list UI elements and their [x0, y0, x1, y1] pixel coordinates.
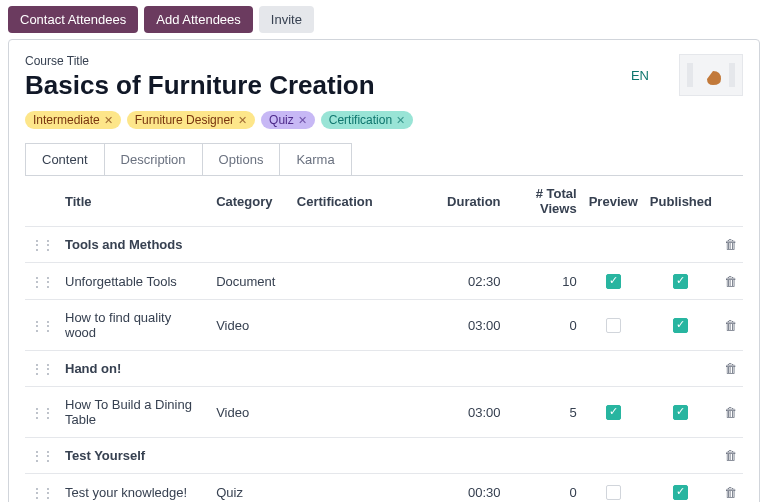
course-thumbnail[interactable]: [679, 54, 743, 96]
published-checkbox[interactable]: [673, 318, 688, 333]
tag-certification[interactable]: Certification✕: [321, 111, 413, 129]
drag-handle-icon[interactable]: ⋮⋮: [31, 406, 53, 420]
table-section-row: ⋮⋮Hand on!🗑: [25, 351, 743, 387]
preview-checkbox[interactable]: [606, 318, 621, 333]
tag-label: Certification: [329, 113, 392, 127]
tag-list: Intermediate✕ Furniture Designer✕ Quiz✕ …: [25, 111, 743, 129]
close-icon[interactable]: ✕: [298, 114, 307, 127]
drag-handle-icon[interactable]: ⋮⋮: [31, 449, 53, 463]
row-category: Video: [210, 300, 291, 351]
trash-icon[interactable]: 🗑: [724, 361, 737, 376]
section-title[interactable]: Hand on!: [59, 351, 718, 387]
close-icon[interactable]: ✕: [238, 114, 247, 127]
contact-attendees-button[interactable]: Contact Attendees: [8, 6, 138, 33]
close-icon[interactable]: ✕: [104, 114, 113, 127]
tag-label: Furniture Designer: [135, 113, 234, 127]
tag-furniture-designer[interactable]: Furniture Designer✕: [127, 111, 255, 129]
language-indicator[interactable]: EN: [631, 68, 649, 83]
col-duration: Duration: [441, 176, 506, 227]
table-section-row: ⋮⋮Test Yourself🗑: [25, 438, 743, 474]
row-duration: 02:30: [441, 263, 506, 300]
row-duration: 03:00: [441, 387, 506, 438]
col-preview: Preview: [583, 176, 644, 227]
add-attendees-button[interactable]: Add Attendees: [144, 6, 253, 33]
row-title[interactable]: How to find quality wood: [59, 300, 210, 351]
table-row: ⋮⋮How To Build a Dining TableVideo03:005…: [25, 387, 743, 438]
section-title[interactable]: Test Yourself: [59, 438, 718, 474]
tag-label: Quiz: [269, 113, 294, 127]
svg-rect-1: [687, 63, 693, 87]
table-row: ⋮⋮Unforgettable ToolsDocument02:3010🗑: [25, 263, 743, 300]
tab-karma[interactable]: Karma: [280, 144, 350, 175]
table-section-row: ⋮⋮Tools and Methods🗑: [25, 227, 743, 263]
row-certification: [291, 474, 441, 502]
preview-checkbox[interactable]: [606, 405, 621, 420]
row-views: 10: [507, 263, 583, 300]
course-title: Basics of Furniture Creation: [25, 70, 631, 101]
svg-rect-2: [729, 63, 735, 87]
trash-icon[interactable]: 🗑: [724, 318, 737, 333]
row-title[interactable]: How To Build a Dining Table: [59, 387, 210, 438]
trash-icon[interactable]: 🗑: [724, 485, 737, 500]
top-button-bar: Contact Attendees Add Attendees Invite: [8, 6, 760, 33]
row-title[interactable]: Unforgettable Tools: [59, 263, 210, 300]
row-category: Quiz: [210, 474, 291, 502]
published-checkbox[interactable]: [673, 405, 688, 420]
course-card: Course Title Basics of Furniture Creatio…: [8, 39, 760, 502]
row-certification: [291, 300, 441, 351]
published-checkbox[interactable]: [673, 485, 688, 500]
published-checkbox[interactable]: [673, 274, 688, 289]
tab-bar: Content Description Options Karma: [25, 143, 352, 175]
col-certification: Certification: [291, 176, 441, 227]
drag-handle-icon[interactable]: ⋮⋮: [31, 238, 53, 252]
row-category: Document: [210, 263, 291, 300]
col-views: # Total Views: [507, 176, 583, 227]
row-duration: 00:30: [441, 474, 506, 502]
trash-icon[interactable]: 🗑: [724, 405, 737, 420]
table-row: ⋮⋮How to find quality woodVideo03:000🗑: [25, 300, 743, 351]
tab-content[interactable]: Content: [26, 144, 105, 175]
thumbnail-image-icon: [683, 57, 739, 93]
preview-checkbox[interactable]: [606, 485, 621, 500]
trash-icon[interactable]: 🗑: [724, 237, 737, 252]
drag-handle-icon[interactable]: ⋮⋮: [31, 319, 53, 333]
drag-handle-icon[interactable]: ⋮⋮: [31, 362, 53, 376]
tab-description[interactable]: Description: [105, 144, 203, 175]
row-views: 5: [507, 387, 583, 438]
row-duration: 03:00: [441, 300, 506, 351]
row-certification: [291, 387, 441, 438]
col-published: Published: [644, 176, 718, 227]
tag-quiz[interactable]: Quiz✕: [261, 111, 315, 129]
trash-icon[interactable]: 🗑: [724, 274, 737, 289]
tag-label: Intermediate: [33, 113, 100, 127]
close-icon[interactable]: ✕: [396, 114, 405, 127]
drag-handle-icon[interactable]: ⋮⋮: [31, 486, 53, 500]
table-row: ⋮⋮Test your knowledge!Quiz00:300🗑: [25, 474, 743, 502]
preview-checkbox[interactable]: [606, 274, 621, 289]
tab-options[interactable]: Options: [203, 144, 281, 175]
row-certification: [291, 263, 441, 300]
trash-icon[interactable]: 🗑: [724, 448, 737, 463]
course-title-label: Course Title: [25, 54, 631, 68]
drag-handle-icon[interactable]: ⋮⋮: [31, 275, 53, 289]
row-category: Video: [210, 387, 291, 438]
row-views: 0: [507, 474, 583, 502]
section-title[interactable]: Tools and Methods: [59, 227, 718, 263]
content-table: Title Category Certification Duration # …: [25, 175, 743, 502]
col-title: Title: [59, 176, 210, 227]
row-title[interactable]: Test your knowledge!: [59, 474, 210, 502]
invite-button[interactable]: Invite: [259, 6, 314, 33]
col-category: Category: [210, 176, 291, 227]
row-views: 0: [507, 300, 583, 351]
tag-intermediate[interactable]: Intermediate✕: [25, 111, 121, 129]
